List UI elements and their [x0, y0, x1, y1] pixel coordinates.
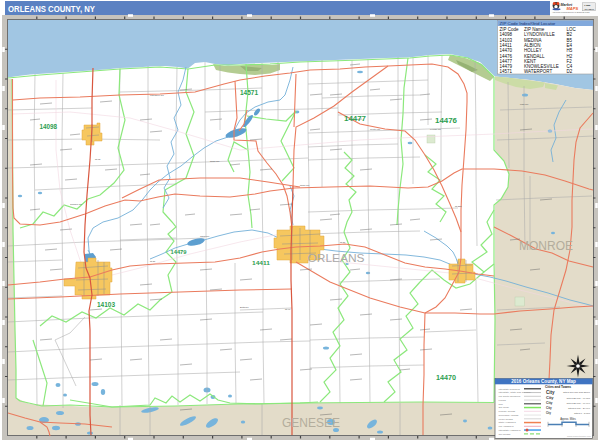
svg-text:Kendall Rd: Kendall Rd	[430, 128, 441, 130]
svg-text:C4: C4	[567, 64, 573, 69]
svg-text:Rt 237: Rt 237	[455, 205, 462, 207]
svg-text:Butts Rd: Butts Rd	[240, 306, 249, 308]
svg-text:14098: 14098	[40, 123, 58, 130]
svg-text:2016 Orleans County, NY Map: 2016 Orleans County, NY Map	[511, 379, 576, 384]
svg-text:US Route Numbers: US Route Numbers	[499, 395, 521, 398]
svg-text:Cities 25,000 - 99,999: Cities 25,000 - 99,999	[567, 402, 591, 405]
svg-text:Canal Rd: Canal Rd	[200, 235, 210, 237]
svg-text:B2: B2	[567, 32, 573, 37]
svg-text:14477: 14477	[344, 114, 366, 123]
svg-text:MEDINA: MEDINA	[524, 38, 542, 43]
svg-text:14571: 14571	[240, 89, 258, 96]
svg-text:City: City	[546, 390, 555, 395]
svg-text:Johnson Rd: Johnson Rd	[70, 203, 82, 205]
svg-text:14470: 14470	[500, 48, 513, 53]
svg-text:KENDALL: KENDALL	[524, 54, 545, 59]
svg-text:Rail: Rail	[499, 403, 504, 406]
svg-text:WATERPORT: WATERPORT	[524, 69, 552, 74]
svg-text:Lakeshore Rd: Lakeshore Rd	[150, 94, 164, 96]
svg-text:LOC: LOC	[567, 27, 577, 32]
svg-text:Secondary Roads: Secondary Roads	[499, 414, 520, 417]
svg-text:Rt 98: Rt 98	[285, 308, 291, 310]
svg-text:www.marketmaps.com: www.marketmaps.com	[567, 435, 591, 438]
svg-text:Primary Roads: Primary Roads	[499, 410, 516, 413]
svg-text:Cities 25,001 - 99,000: Cities 25,001 - 99,000	[567, 397, 591, 400]
svg-text:ALBION: ALBION	[524, 43, 541, 48]
svg-text:F2: F2	[567, 59, 573, 64]
svg-text:US Highways: US Highways	[499, 425, 515, 428]
svg-text:Interstate, State and Thruway: Interstate, State and Thruway	[499, 391, 533, 394]
svg-text:D2: D2	[567, 69, 573, 74]
svg-text:State Highways: State Highways	[499, 421, 517, 424]
svg-text:14411: 14411	[500, 43, 513, 48]
svg-text:Cities 5,001 - 24,999: Cities 5,001 - 24,999	[568, 407, 591, 410]
svg-text:Toll Roads: Toll Roads	[499, 433, 511, 436]
svg-text:Ridge Rd: Ridge Rd	[210, 160, 220, 162]
svg-text:14098: 14098	[500, 32, 513, 37]
svg-text:City: City	[546, 406, 552, 410]
svg-text:H2: H2	[567, 54, 573, 59]
svg-text:14476: 14476	[435, 116, 457, 125]
svg-text:ZIP Name: ZIP Name	[524, 27, 545, 32]
svg-text:14477: 14477	[500, 59, 513, 64]
svg-text:14470: 14470	[436, 373, 456, 382]
svg-text:ORLEANS: ORLEANS	[308, 252, 365, 264]
svg-text:HOLLEY: HOLLEY	[524, 48, 542, 53]
svg-text:City: City	[546, 401, 553, 405]
svg-text:Rt 31: Rt 31	[340, 241, 346, 243]
svg-text:Interstate Numbers: Interstate Numbers	[499, 388, 521, 391]
svg-text:14103: 14103	[97, 301, 115, 308]
svg-text:MONROE: MONROE	[519, 239, 573, 253]
svg-text:14571: 14571	[500, 69, 513, 74]
svg-text:Cities and Towns: Cities and Towns	[545, 385, 571, 389]
svg-text:14479: 14479	[500, 64, 513, 69]
svg-text:Interstate Highways: Interstate Highways	[499, 429, 522, 432]
svg-text:Minor Roads: Minor Roads	[499, 418, 514, 421]
svg-text:ZIP Code: ZIP Code	[499, 406, 510, 409]
svg-text:Ridge Rd: Ridge Rd	[300, 184, 310, 186]
svg-text:Rt 31: Rt 31	[150, 260, 156, 262]
svg-text:14103: 14103	[500, 38, 513, 43]
svg-text:Approx. Miles: Approx. Miles	[560, 417, 576, 421]
svg-text:Lake Rd: Lake Rd	[520, 103, 529, 105]
svg-text:KENT: KENT	[524, 59, 536, 64]
svg-text:14479: 14479	[171, 249, 187, 255]
svg-text:E4: E4	[567, 43, 573, 48]
svg-text:ZIP Code: ZIP Code	[500, 27, 519, 32]
svg-text:14476: 14476	[500, 54, 513, 59]
svg-text:City: City	[546, 411, 551, 415]
svg-text:GENESEE: GENESEE	[282, 415, 340, 430]
svg-text:LYNDONVILLE: LYNDONVILLE	[524, 32, 555, 37]
svg-text:Cities 100,000 and above: Cities 100,000 and above	[563, 391, 591, 394]
svg-text:Rt 63: Rt 63	[95, 158, 101, 160]
svg-text:Locals: Locals	[499, 399, 507, 402]
svg-text:KNOWLESVILLE: KNOWLESVILLE	[524, 64, 559, 69]
svg-text:Cities 0 - 5,000: Cities 0 - 5,000	[574, 412, 591, 415]
svg-text:B5: B5	[567, 38, 573, 43]
svg-text:City: City	[546, 395, 554, 400]
svg-text:H5: H5	[567, 48, 573, 53]
svg-text:14411: 14411	[252, 260, 270, 266]
svg-text:Center Rd: Center Rd	[370, 128, 381, 130]
svg-text:ZIP Code Index/Grid Locator: ZIP Code Index/Grid Locator	[500, 21, 556, 26]
